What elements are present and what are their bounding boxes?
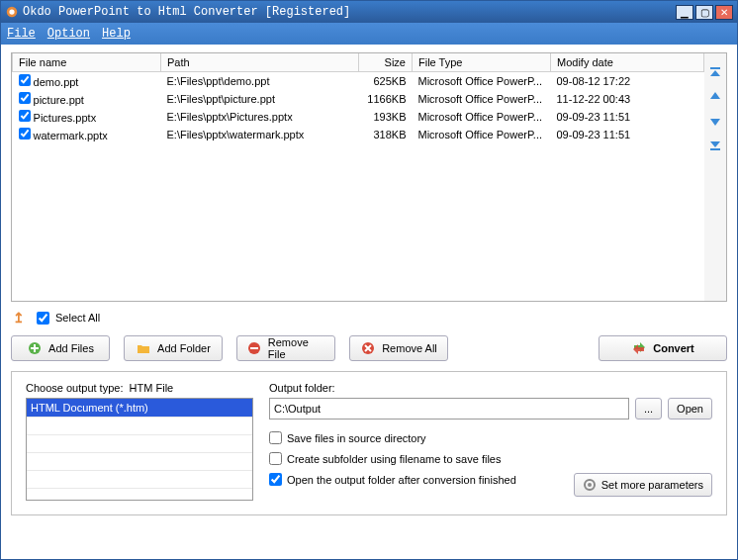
row-type: Microsoft Office PowerP... [413, 108, 551, 126]
row-type: Microsoft Office PowerP... [413, 72, 551, 91]
row-checkbox[interactable] [19, 128, 31, 140]
menu-file[interactable]: File [7, 27, 36, 41]
row-checkbox[interactable] [19, 74, 31, 86]
convert-icon [631, 340, 647, 356]
subfolder-label: Create subfolder using filename to save … [287, 453, 501, 465]
svg-rect-2 [710, 67, 720, 69]
add-folder-button[interactable]: Add Folder [124, 335, 223, 361]
type-option-htm[interactable]: HTML Document (*.htm) [27, 399, 252, 417]
col-date[interactable]: Modify date [551, 53, 704, 72]
minus-icon [247, 340, 262, 356]
row-path: E:\Files\ppt\picture.ppt [161, 90, 359, 108]
remove-file-button[interactable]: Remove File [236, 335, 335, 361]
save-source-label: Save files in source directory [287, 432, 426, 444]
move-bottom-button[interactable] [707, 137, 723, 152]
browse-button[interactable]: ... [635, 398, 662, 420]
col-path[interactable]: Path [161, 53, 359, 72]
table-row[interactable]: Pictures.pptxE:\Files\pptx\Pictures.pptx… [13, 108, 704, 126]
row-path: E:\Files\ppt\demo.ppt [161, 72, 359, 91]
plus-icon [27, 340, 43, 356]
move-top-button[interactable] [707, 65, 723, 81]
select-all-checkbox[interactable] [37, 312, 49, 325]
svg-point-1 [9, 9, 14, 14]
add-files-button[interactable]: Add Files [11, 335, 110, 361]
row-size: 1166KB [359, 90, 413, 108]
convert-button[interactable]: Convert [599, 335, 727, 361]
svg-rect-6 [31, 347, 39, 349]
save-source-checkbox[interactable] [269, 431, 282, 444]
svg-rect-3 [710, 148, 720, 150]
file-list[interactable]: File name Path Size File Type Modify dat… [12, 53, 704, 301]
row-path: E:\Files\pptx\Pictures.pptx [161, 108, 359, 126]
output-type-value: HTM File [130, 382, 174, 394]
output-type-label: Choose output type: [26, 382, 123, 394]
gear-icon [583, 478, 597, 492]
row-size: 625KB [359, 72, 413, 91]
subfolder-checkbox[interactable] [269, 452, 282, 465]
titlebar: Okdo PowerPoint to Html Converter [Regis… [1, 1, 737, 23]
menu-option[interactable]: Option [47, 27, 90, 41]
row-date: 11-12-22 00:43 [551, 90, 704, 108]
folder-icon [136, 340, 151, 356]
open-after-label: Open the output folder after conversion … [287, 474, 516, 486]
table-row[interactable]: demo.pptE:\Files\ppt\demo.ppt625KBMicros… [13, 72, 704, 91]
menu-help[interactable]: Help [102, 27, 131, 41]
minimize-button[interactable]: ▁ [676, 5, 693, 20]
set-params-button[interactable]: Set more parameters [574, 473, 712, 497]
col-size[interactable]: Size [359, 53, 413, 72]
row-checkbox[interactable] [19, 110, 31, 122]
svg-point-11 [588, 483, 592, 487]
table-row[interactable]: picture.pptE:\Files\ppt\picture.ppt1166K… [13, 90, 704, 108]
row-size: 193KB [359, 108, 413, 126]
window-title: Okdo PowerPoint to Html Converter [Regis… [23, 5, 674, 19]
row-path: E:\Files\pptx\watermark.pptx [161, 126, 359, 143]
col-type[interactable]: File Type [413, 53, 551, 72]
col-filename[interactable]: File name [13, 53, 161, 72]
table-row[interactable]: watermark.pptxE:\Files\pptx\watermark.pp… [13, 126, 704, 143]
row-date: 09-08-12 17:22 [551, 72, 704, 91]
menubar: File Option Help [1, 23, 737, 45]
move-down-button[interactable] [707, 113, 723, 129]
row-date: 09-09-23 11:51 [551, 108, 704, 126]
svg-rect-8 [250, 347, 258, 349]
remove-all-button[interactable]: Remove All [349, 335, 448, 361]
reorder-arrows [704, 53, 726, 301]
row-type: Microsoft Office PowerP... [413, 90, 551, 108]
remove-all-icon [360, 340, 376, 356]
select-all-label: Select All [55, 312, 100, 324]
output-type-list[interactable]: HTML Document (*.htm) [26, 398, 253, 501]
row-size: 318KB [359, 126, 413, 143]
row-date: 09-09-23 11:51 [551, 126, 704, 143]
row-checkbox[interactable] [19, 92, 31, 104]
app-icon [5, 5, 19, 19]
move-up-button[interactable] [707, 89, 723, 105]
open-folder-button[interactable]: Open [668, 398, 712, 420]
output-folder-input[interactable] [269, 398, 629, 420]
maximize-button[interactable]: ▢ [695, 5, 713, 20]
row-type: Microsoft Office PowerP... [413, 126, 551, 143]
up-folder-icon[interactable]: ↥ [13, 310, 25, 326]
output-folder-label: Output folder: [269, 382, 712, 394]
open-after-checkbox[interactable] [269, 473, 282, 486]
close-button[interactable]: ✕ [715, 5, 733, 20]
